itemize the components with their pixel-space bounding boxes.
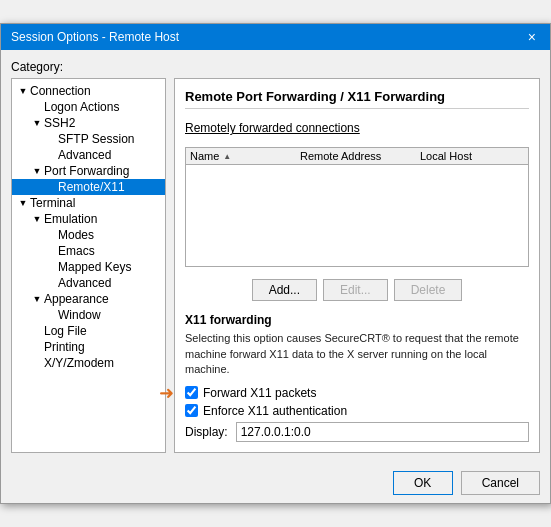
right-panel: Remote Port Forwarding / X11 Forwarding … xyxy=(174,78,540,452)
sidebar-item-log-file[interactable]: Log File xyxy=(12,323,165,339)
orange-arrow2-icon: ➜ xyxy=(159,382,174,404)
table-header: Name ▲ Remote Address Local Host xyxy=(186,148,528,165)
sidebar-item-label: Advanced xyxy=(58,276,111,290)
sidebar-item-printing[interactable]: Printing xyxy=(12,339,165,355)
edit-button[interactable]: Edit... xyxy=(323,279,388,301)
forward-x11-checkbox[interactable] xyxy=(185,386,198,399)
arrow-icon: ▼ xyxy=(30,294,44,304)
dialog-title: Session Options - Remote Host xyxy=(11,30,179,44)
cancel-button[interactable]: Cancel xyxy=(461,471,540,495)
sidebar-item-xyzmodem[interactable]: X/Y/Zmodem xyxy=(12,355,165,371)
display-label: Display: xyxy=(185,425,228,439)
x11-title: X11 forwarding xyxy=(185,313,529,327)
sidebar-item-label: Log File xyxy=(44,324,87,338)
sidebar-item-label: Remote/X11 xyxy=(58,180,125,194)
ok-button[interactable]: OK xyxy=(393,471,453,495)
sidebar-item-label: Modes xyxy=(58,228,94,242)
sidebar-item-terminal[interactable]: ▼ Terminal xyxy=(12,195,165,211)
sidebar-item-appearance[interactable]: ▼ Appearance xyxy=(12,291,165,307)
sidebar-item-label: Terminal xyxy=(30,196,75,210)
sidebar-item-label: SSH2 xyxy=(44,116,75,130)
x11-section: X11 forwarding Selecting this option cau… xyxy=(185,313,529,441)
display-row: Display: xyxy=(185,422,529,442)
sidebar-item-window[interactable]: Window xyxy=(12,307,165,323)
sidebar-item-label: Port Forwarding xyxy=(44,164,129,178)
table-buttons: Add... Edit... Delete xyxy=(185,279,529,301)
sidebar-item-advanced2[interactable]: Advanced xyxy=(12,275,165,291)
forward-x11-label: Forward X11 packets xyxy=(203,386,316,400)
session-options-dialog: Session Options - Remote Host × Category… xyxy=(0,23,551,503)
sidebar-item-label: Advanced xyxy=(58,148,111,162)
display-input[interactable] xyxy=(236,422,529,442)
sidebar-item-port-forwarding[interactable]: ▼ Port Forwarding xyxy=(12,163,165,179)
sidebar-item-label: Emulation xyxy=(44,212,97,226)
sidebar-item-label: Logon Actions xyxy=(44,100,119,114)
sidebar-item-logon-actions[interactable]: Logon Actions xyxy=(12,99,165,115)
sidebar-item-remote-x11[interactable]: Remote/X11 xyxy=(12,179,165,195)
arrow-icon: ▼ xyxy=(30,166,44,176)
forward-x11-row: ➜ Forward X11 packets xyxy=(185,386,529,400)
main-content: ▼ Connection Logon Actions ▼ SSH2 SFTP S… xyxy=(11,78,540,452)
arrow-icon: ▼ xyxy=(30,214,44,224)
delete-button[interactable]: Delete xyxy=(394,279,463,301)
arrow-icon: ▼ xyxy=(16,198,30,208)
x11-description: Selecting this option causes SecureCRT® … xyxy=(185,331,529,377)
col-name-label: Name xyxy=(190,150,219,162)
dialog-footer: OK Cancel xyxy=(1,463,550,503)
enforce-x11-label: Enforce X11 authentication xyxy=(203,404,347,418)
col-local: Local Host xyxy=(420,150,524,162)
col-name: Name ▲ xyxy=(190,150,300,162)
connections-label: Remotely forwarded connections xyxy=(185,121,529,135)
dialog-body: Category: ▼ Connection Logon Actions ▼ S… xyxy=(1,50,550,462)
sidebar-item-ssh2[interactable]: ▼ SSH2 xyxy=(12,115,165,131)
connections-table: Name ▲ Remote Address Local Host xyxy=(185,147,529,267)
sidebar-item-label: X/Y/Zmodem xyxy=(44,356,114,370)
sidebar-item-emulation[interactable]: ▼ Emulation xyxy=(12,211,165,227)
sidebar-item-label: Emacs xyxy=(58,244,95,258)
title-bar: Session Options - Remote Host × xyxy=(1,24,550,50)
category-label: Category: xyxy=(11,60,540,74)
close-button[interactable]: × xyxy=(524,30,540,44)
enforce-x11-row: Enforce X11 authentication xyxy=(185,404,529,418)
sidebar-item-label: Connection xyxy=(30,84,91,98)
sort-arrow-icon: ▲ xyxy=(223,152,231,161)
sidebar-item-modes[interactable]: Modes xyxy=(12,227,165,243)
col-remote: Remote Address xyxy=(300,150,420,162)
sidebar: ▼ Connection Logon Actions ▼ SSH2 SFTP S… xyxy=(11,78,166,452)
arrow-icon: ▼ xyxy=(16,86,30,96)
add-button[interactable]: Add... xyxy=(252,279,317,301)
sidebar-item-label: Appearance xyxy=(44,292,109,306)
sidebar-item-connection[interactable]: ▼ Connection xyxy=(12,83,165,99)
sidebar-item-label: SFTP Session xyxy=(58,132,134,146)
sidebar-item-label: Window xyxy=(58,308,101,322)
enforce-x11-checkbox[interactable] xyxy=(185,404,198,417)
arrow-icon: ▼ xyxy=(30,118,44,128)
sidebar-item-mapped-keys[interactable]: Mapped Keys xyxy=(12,259,165,275)
sidebar-item-advanced[interactable]: Advanced xyxy=(12,147,165,163)
sidebar-item-emacs[interactable]: Emacs xyxy=(12,243,165,259)
sidebar-item-remote-x11-wrap: ➜ Remote/X11 xyxy=(12,179,165,195)
sidebar-item-sftp-session[interactable]: SFTP Session xyxy=(12,131,165,147)
panel-title: Remote Port Forwarding / X11 Forwarding xyxy=(185,89,529,109)
sidebar-item-label: Mapped Keys xyxy=(58,260,131,274)
sidebar-item-label: Printing xyxy=(44,340,85,354)
